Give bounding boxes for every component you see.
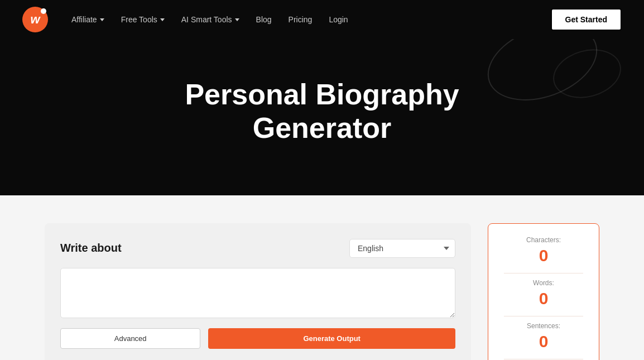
stat-divider-3: [504, 359, 583, 359]
generate-output-button[interactable]: Generate Output: [208, 328, 455, 349]
nav-pricing[interactable]: Pricing: [282, 11, 319, 28]
stat-divider-1: [504, 273, 583, 273]
form-actions: Advanced Generate Output: [60, 328, 455, 349]
sentences-value: 0: [504, 332, 583, 351]
stats-card: Characters: 0 Words: 0 Sentences: 0 Para…: [488, 223, 599, 360]
nav-items: Affiliate Free Tools AI Smart Tools Blog…: [65, 11, 551, 28]
form-section-label: Write about: [60, 242, 122, 255]
language-select[interactable]: English Spanish French German Italian Po…: [349, 239, 455, 258]
logo-letter: w: [30, 12, 40, 27]
nav-blog[interactable]: Blog: [249, 11, 278, 28]
hero-title: Personal Biography Generator: [127, 78, 517, 145]
stat-divider-2: [504, 316, 583, 316]
advanced-button[interactable]: Advanced: [60, 328, 200, 349]
chevron-down-icon: [160, 18, 165, 21]
form-card-header: Write about English Spanish French Germa…: [60, 239, 455, 258]
characters-label: Characters:: [504, 236, 583, 244]
get-started-button[interactable]: Get Started: [551, 8, 622, 31]
form-card: Write about English Spanish French Germa…: [45, 223, 471, 360]
stat-sentences: Sentences: 0: [504, 322, 583, 351]
nav-ai-smart-tools-label: AI Smart Tools: [181, 15, 232, 24]
chevron-down-icon: [100, 18, 104, 21]
nav-login[interactable]: Login: [322, 11, 354, 28]
hero-section: Personal Biography Generator: [0, 39, 644, 195]
chevron-down-icon: [235, 18, 239, 21]
navbar-cta: Get Started: [551, 8, 622, 31]
stat-characters: Characters: 0: [504, 236, 583, 265]
logo[interactable]: w: [22, 7, 48, 32]
nav-affiliate[interactable]: Affiliate: [65, 11, 111, 28]
main-content: Write about English Spanish French Germa…: [0, 195, 644, 360]
words-label: Words:: [504, 279, 583, 287]
nav-pricing-label: Pricing: [289, 15, 313, 24]
write-about-textarea[interactable]: [60, 268, 455, 318]
nav-login-label: Login: [329, 15, 348, 24]
characters-value: 0: [504, 246, 583, 265]
sentences-label: Sentences:: [504, 322, 583, 330]
nav-free-tools-label: Free Tools: [121, 15, 157, 24]
nav-ai-smart-tools[interactable]: AI Smart Tools: [175, 11, 246, 28]
nav-blog-label: Blog: [256, 15, 272, 24]
words-value: 0: [504, 289, 583, 308]
nav-affiliate-label: Affiliate: [71, 15, 97, 24]
nav-free-tools[interactable]: Free Tools: [114, 11, 171, 28]
stat-words: Words: 0: [504, 279, 583, 308]
navbar: w Affiliate Free Tools AI Smart Tools Bl…: [0, 0, 644, 39]
